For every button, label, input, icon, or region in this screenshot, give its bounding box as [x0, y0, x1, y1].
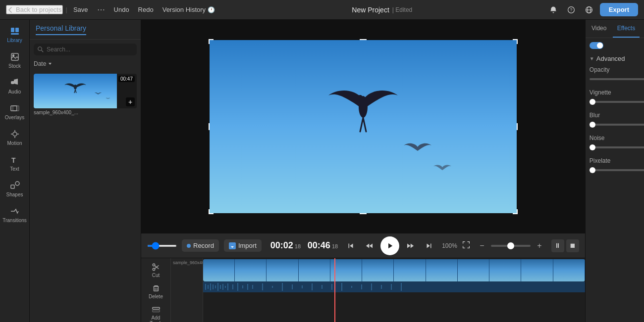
current-time-display: 00:02 18 00:46 18	[270, 240, 338, 251]
record-dot	[187, 244, 191, 248]
sidebar-item-label: Overlays	[5, 115, 24, 120]
pause-button[interactable]: ⏸	[551, 239, 564, 252]
search-input[interactable]	[47, 46, 133, 53]
date-label: Date	[34, 60, 46, 67]
left-panel: Personal Library Date	[30, 20, 141, 322]
svg-rect-34	[203, 281, 585, 292]
section-label: Advanced	[596, 55, 625, 62]
svg-text:T: T	[11, 156, 16, 164]
svg-point-28	[153, 268, 155, 271]
main-area: Library Stock Audio Overlays Motion T Te…	[0, 20, 644, 322]
zoom-in-button[interactable]: +	[533, 239, 546, 253]
sidebar-item-label: Library	[7, 38, 22, 43]
blur-slider[interactable]	[590, 124, 644, 126]
filter-options-button[interactable]	[130, 59, 137, 68]
zoom-slider[interactable]	[491, 245, 531, 247]
svg-point-23	[74, 85, 77, 90]
date-filter-button[interactable]: Date	[34, 60, 53, 67]
project-title: New Project	[352, 6, 389, 14]
timeline: 00:00 00:01 00:02 00:03 00:04 00:05 00:0…	[141, 258, 585, 322]
loop-toggle	[590, 42, 603, 49]
sidebar-item-stock[interactable]: Stock	[0, 48, 29, 73]
stop-button[interactable]: ⏹	[566, 239, 579, 252]
vignette-slider[interactable]	[590, 101, 644, 103]
svg-rect-31	[154, 286, 158, 291]
topbar-right: ? Export	[546, 3, 638, 17]
video-thumbnail[interactable]: 00:47 + sample_960x400_...	[34, 74, 137, 115]
record-button[interactable]: Record	[182, 239, 219, 252]
notifications-button[interactable]	[546, 3, 560, 17]
progress-scrubber[interactable]	[147, 245, 177, 247]
sidebar-item-audio[interactable]: Audio	[0, 74, 29, 98]
personal-library-tab[interactable]: Personal Library	[36, 24, 86, 35]
pixelate-slider[interactable]	[590, 169, 644, 171]
back-to-projects-button[interactable]: Back to projects	[6, 5, 63, 14]
sidebar-item-label: Text	[10, 166, 19, 172]
track-area: Cut Delete Add Track sample_960x400_ocea…	[141, 258, 585, 322]
library-content: 00:47 + sample_960x400_...	[30, 70, 141, 322]
cut-button[interactable]: Cut	[143, 260, 169, 280]
advanced-section-header[interactable]: ▼ Advanced	[590, 55, 644, 62]
tab-effects[interactable]: Effects	[613, 20, 640, 38]
add-track-button[interactable]: Add Track	[143, 303, 169, 322]
loop-switch[interactable]	[590, 42, 603, 49]
sidebar-item-motion[interactable]: Motion	[0, 125, 29, 150]
topbar-left: Back to projects | Save ⋯ Undo Redo Vers…	[6, 3, 218, 17]
import-button[interactable]: Import	[224, 239, 262, 252]
svg-rect-18	[11, 185, 14, 188]
vignette-slider-row: ↺	[590, 98, 644, 106]
sidebar: Library Stock Audio Overlays Motion T Te…	[0, 20, 30, 322]
blur-label-row: Blur 0	[590, 112, 644, 119]
fast-forward-button[interactable]	[402, 238, 418, 254]
sidebar-item-overlays[interactable]: Overlays	[0, 99, 29, 124]
language-button[interactable]	[582, 3, 596, 17]
add-track-label: Add Track	[145, 315, 167, 322]
video-track-block[interactable]	[203, 259, 585, 281]
redo-button[interactable]: Redo	[135, 4, 157, 15]
controls-bar: Record Import 00:02 18 00:46 18	[141, 233, 585, 258]
zoom-out-button[interactable]: −	[475, 239, 489, 253]
sidebar-item-transitions[interactable]: Transitions	[0, 202, 29, 227]
svg-rect-33	[152, 310, 159, 312]
video-content	[210, 40, 517, 213]
thumb-add-button[interactable]: +	[126, 97, 135, 106]
svg-text:?: ?	[570, 7, 572, 12]
fullscreen-button[interactable]	[462, 241, 470, 250]
bottom-tools: Cut Delete Add Track	[141, 258, 171, 322]
track-content[interactable]	[203, 258, 585, 322]
rewind-button[interactable]	[362, 238, 377, 254]
track-label: sample_960x400_ocean_with_audio.mp4	[171, 258, 203, 322]
noise-slider[interactable]	[590, 146, 644, 148]
delete-button[interactable]: Delete	[143, 281, 169, 302]
sidebar-item-text[interactable]: T Text	[0, 151, 29, 176]
svg-rect-10	[11, 106, 17, 111]
zoom-control: − +	[475, 239, 546, 253]
opacity-slider[interactable]	[590, 78, 644, 80]
thumb-duration: 00:47	[118, 76, 135, 82]
opacity-label-row: Opacity 100	[590, 66, 644, 73]
total-frames: 18	[332, 243, 338, 249]
skip-to-end-button[interactable]	[421, 238, 437, 254]
tab-video[interactable]: Video	[586, 20, 613, 38]
sidebar-item-label: Motion	[7, 140, 22, 146]
record-label: Record	[193, 242, 214, 249]
current-time: 00:02	[270, 240, 293, 251]
help-button[interactable]: ?	[564, 3, 578, 17]
sidebar-item-shapes[interactable]: Shapes	[0, 177, 29, 201]
skip-to-start-button[interactable]	[343, 238, 359, 254]
tab-color[interactable]: Color	[640, 20, 644, 38]
filter-row: Date	[30, 57, 141, 70]
film-strip	[203, 259, 585, 281]
video-preview	[141, 20, 585, 233]
sidebar-item-library[interactable]: Library	[0, 22, 29, 47]
svg-rect-32	[152, 308, 159, 310]
effects-row	[590, 42, 644, 49]
sidebar-item-label: Audio	[8, 89, 21, 94]
version-history-button[interactable]: Version History 🕐	[160, 4, 218, 15]
save-more-button[interactable]: ⋯	[94, 3, 108, 17]
export-button[interactable]: Export	[600, 3, 638, 16]
undo-button[interactable]: Undo	[111, 4, 132, 15]
save-button[interactable]: Save	[70, 4, 91, 15]
play-pause-button[interactable]	[380, 236, 399, 255]
right-tabs: Video Effects Color Audio	[586, 20, 644, 38]
